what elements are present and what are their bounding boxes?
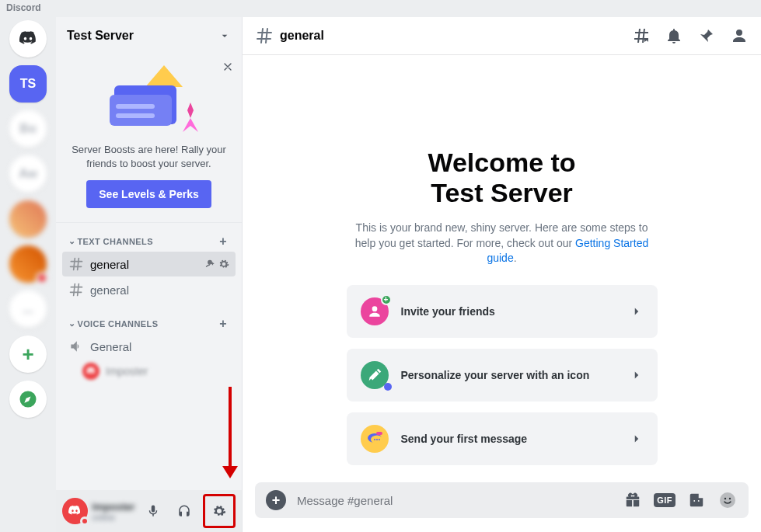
sticker-icon [688,492,705,509]
status-indicator [80,516,89,526]
notifications-button[interactable] [665,26,683,45]
smile-icon [718,491,737,509]
add-voice-channel-button[interactable]: + [217,318,229,330]
boost-card: Server Boosts are here! Rally your frien… [56,54,242,223]
svg-rect-8 [110,95,172,126]
user-settings-button[interactable] [203,494,236,528]
avatar[interactable] [62,498,88,524]
message-composer: + GIF [255,482,749,518]
headset-icon [177,504,191,518]
mic-icon [146,504,160,518]
voice-username: Imposter [106,365,148,377]
hash-icon [68,256,84,272]
category-label: VOICE CHANNELS [77,319,158,329]
channel-name: general [90,258,129,271]
voice-channel[interactable]: General [62,334,236,359]
action-personalize[interactable]: Personalize your server with an icon [347,349,658,402]
svg-point-16 [376,439,378,440]
channel-header: general [243,17,761,54]
add-person-icon[interactable] [204,259,215,269]
close-icon [222,61,234,73]
svg-rect-10 [116,113,155,118]
emoji-button[interactable] [717,490,738,510]
paint-icon [361,361,389,389]
voice-user[interactable]: Imposter [61,360,237,383]
action-label: Send your first message [401,433,617,445]
text-channels-category[interactable]: ⌄TEXT CHANNELS + [61,231,237,251]
server-icon[interactable] [9,245,47,283]
svg-point-17 [379,439,380,440]
add-attachment-button[interactable]: + [266,490,286,510]
action-label: Personalize your server with an icon [401,369,617,381]
category-label: TEXT CHANNELS [77,237,152,246]
add-text-channel-button[interactable]: + [217,235,229,248]
boost-text: Server Boosts are here! Rally your frien… [68,143,229,171]
sticker-button[interactable] [686,490,707,510]
text-channel[interactable]: general [62,252,236,276]
server-icon[interactable]: Aw [9,155,47,193]
home-button[interactable] [9,20,47,57]
pinned-button[interactable] [697,26,716,45]
chevron-right-icon [630,304,644,318]
svg-rect-18 [376,432,382,435]
server-icon[interactable] [9,200,47,238]
chat-icon [361,425,389,453]
server-name: Test Server [67,29,134,43]
server-icon[interactable]: ... [9,290,47,328]
user-area: Imposter online [56,490,242,532]
app-name: Discord [0,0,47,17]
welcome-subtext: This is your brand new, shiny server. He… [347,221,658,266]
discord-icon [17,28,39,50]
channel-title: general [280,29,324,43]
server-icon-active[interactable]: TS [9,65,47,103]
invite-icon: + [361,297,389,325]
compass-icon [17,388,39,410]
main-area: general Welcome to Test Server This is y… [243,17,761,532]
boost-cta-button[interactable]: See Levels & Perks [86,180,211,208]
chevron-right-icon [630,432,644,446]
hash-icon [255,26,274,45]
svg-point-15 [374,439,375,440]
welcome-panel: Welcome to Test Server This is your bran… [243,54,761,482]
threads-button[interactable] [632,26,651,45]
notification-badge [36,272,48,284]
members-button[interactable] [730,26,749,45]
action-label: Invite your friends [401,305,617,318]
hash-icon [68,282,84,297]
action-invite[interactable]: + Invite your friends [347,285,658,338]
user-meta[interactable]: Imposter online [93,501,135,522]
discord-icon [67,503,82,519]
server-icon[interactable]: Bo [9,110,47,148]
svg-marker-11 [183,118,198,132]
chevron-down-icon [218,30,231,42]
server-rail: TS Bo Aw ... + [0,17,56,532]
deafen-button[interactable] [171,499,198,523]
channel-name: General [90,340,131,353]
speaker-icon [68,339,84,354]
close-boost-button[interactable] [222,61,234,73]
explore-servers-button[interactable] [9,381,47,418]
message-input[interactable] [297,494,612,507]
channel-list: ⌄TEXT CHANNELS + general general ⌄VOICE … [56,223,242,490]
text-channel[interactable]: general [62,277,236,302]
gear-icon [212,504,226,518]
welcome-actions: + Invite your friends Personalize your s… [347,285,658,465]
svg-rect-9 [116,104,155,109]
server-header[interactable]: Test Server [56,17,242,54]
voice-channels-category[interactable]: ⌄VOICE CHANNELS + [61,313,237,333]
mute-button[interactable] [140,499,167,523]
gift-icon [624,492,641,509]
avatar [82,363,99,380]
gear-icon[interactable] [218,259,229,269]
channel-sidebar: Test Server Server Boosts are here! Rall… [56,17,243,532]
add-server-button[interactable]: + [9,336,47,373]
gif-button[interactable]: GIF [654,493,675,507]
svg-marker-12 [187,103,194,118]
channel-name: general [90,283,129,297]
welcome-heading: Welcome to Test Server [428,148,575,208]
boost-illustration [68,64,229,138]
chevron-right-icon [630,368,644,382]
gift-button[interactable] [623,490,643,510]
action-first-message[interactable]: Send your first message [347,412,658,465]
